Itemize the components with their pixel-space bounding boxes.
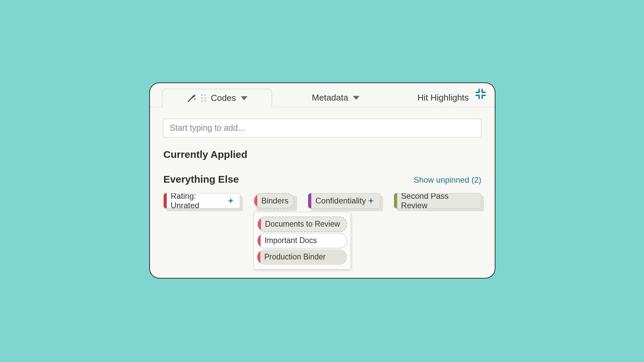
tab-metadata-label: Metadata	[312, 93, 348, 103]
binders-option-important-docs[interactable]: Important Docs	[257, 233, 347, 248]
magic-wand-icon	[186, 93, 197, 103]
panel-body: Currently Applied Everything Else Show u…	[150, 107, 495, 215]
tab-hit-highlights[interactable]: Hit Highlights	[410, 89, 477, 107]
tab-metadata[interactable]: Metadata	[302, 89, 369, 107]
pill-confidentiality-label: Confidentiality	[315, 196, 366, 205]
pill-row: Rating: Unrated Binders	[163, 193, 481, 208]
pill-rating-label: Rating: Unrated	[171, 193, 226, 208]
chevron-down-icon	[241, 96, 248, 100]
pill-second-pass-label: Second Pass Review	[401, 193, 476, 208]
pill-second-pass-review[interactable]: Second Pass Review	[394, 193, 481, 208]
codes-panel: Codes Metadata Hit Highlights	[149, 82, 495, 279]
section-currently-applied: Currently Applied	[163, 149, 481, 160]
color-stripe	[164, 193, 167, 208]
dropdown-item-label: Documents to Review	[265, 220, 340, 229]
section-everything-else: Everything Else	[163, 174, 239, 185]
color-stripe	[254, 194, 257, 208]
pill-confidentiality[interactable]: Confidentiality	[308, 193, 380, 208]
binders-dropdown: Documents to Review Important Docs Produ…	[254, 212, 351, 269]
pill-binders[interactable]: Binders Documents to Review Important Do…	[254, 193, 294, 208]
pill-binders-label: Binders	[261, 196, 288, 205]
color-stripe	[394, 193, 397, 208]
tab-hits-label: Hit Highlights	[417, 93, 469, 103]
pill-rating[interactable]: Rating: Unrated	[163, 193, 240, 208]
dropdown-item-label: Production Binder	[264, 252, 326, 261]
dropdown-item-label: Important Docs	[265, 236, 317, 245]
sparkle-icon	[367, 197, 375, 204]
drag-handle-icon	[201, 94, 206, 102]
color-stripe	[258, 233, 261, 248]
show-unpinned-link[interactable]: Show unpinned (2)	[414, 175, 481, 185]
chevron-down-icon	[353, 96, 360, 100]
sparkle-icon	[227, 197, 234, 204]
color-stripe	[308, 193, 311, 208]
color-stripe	[257, 249, 260, 265]
tabs-row: Codes Metadata Hit Highlights	[150, 83, 495, 107]
binders-option-production-binder[interactable]: Production Binder	[257, 249, 347, 265]
add-code-input[interactable]	[163, 119, 481, 137]
color-stripe	[258, 217, 261, 231]
collapse-icon[interactable]	[475, 88, 487, 100]
binders-option-documents-to-review[interactable]: Documents to Review	[257, 217, 347, 232]
tab-codes[interactable]: Codes	[162, 89, 272, 107]
tab-codes-label: Codes	[211, 93, 236, 103]
